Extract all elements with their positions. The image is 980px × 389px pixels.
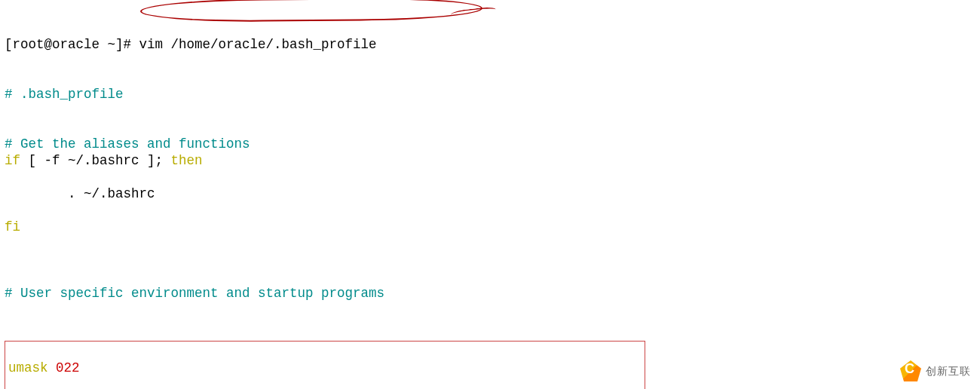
comment-aliases: # Get the aliases and functions	[5, 136, 250, 152]
kw-fi: fi	[5, 219, 20, 234]
profile-title: .bash_profile	[13, 87, 124, 102]
watermark-text: 创新互联	[926, 363, 971, 379]
watermark: 创新互联	[900, 360, 971, 381]
comment-env: # User specific environment and startup …	[5, 286, 384, 301]
kw-then: then	[171, 153, 203, 168]
shell-prompt: [root@oracle ~]#	[5, 37, 131, 52]
source-bashrc: . ~/.bashrc	[5, 186, 155, 201]
env-block-frame: umask 022 ORACLE_BASE=/oracle/app/oracle…	[5, 341, 645, 389]
watermark-logo-icon	[900, 360, 921, 381]
annotation-ellipse	[140, 0, 482, 23]
shell-command[interactable]: vim /home/oracle/.bash_profile	[139, 37, 377, 52]
hash-symbol: #	[5, 87, 13, 102]
if-test: [ -f ~/.bashrc ];	[20, 153, 171, 168]
kw-umask: umask	[8, 360, 48, 375]
terminal-viewport[interactable]: [root@oracle ~]# vim /home/oracle/.bash_…	[0, 0, 980, 389]
kw-if: if	[5, 153, 20, 168]
umask-value: 022	[48, 360, 80, 375]
